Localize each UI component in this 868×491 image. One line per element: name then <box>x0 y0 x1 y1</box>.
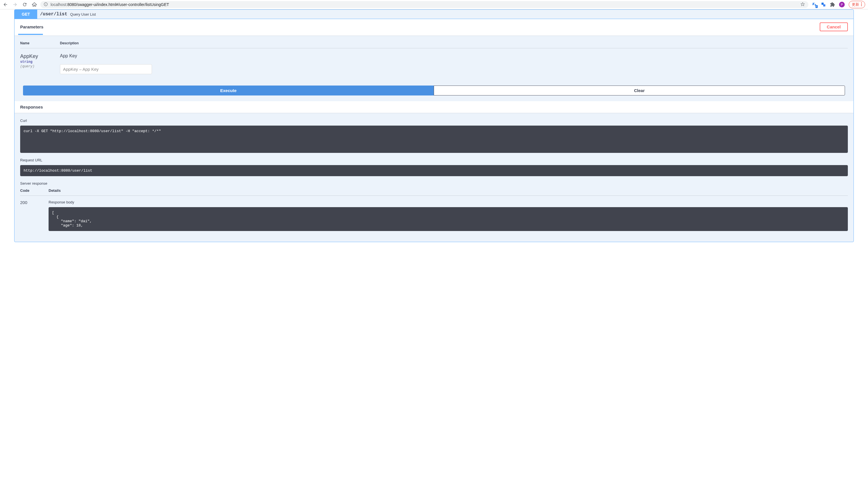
response-table-row: 200 Response body [ { "name": "dai", "ag… <box>20 196 848 236</box>
parameter-name: AppKey <box>20 53 52 59</box>
responses-body: Curl curl -X GET "http://localhost:8080/… <box>14 113 854 242</box>
svg-point-7 <box>861 5 862 6</box>
col-details: Details <box>49 189 61 193</box>
parameters-table-header: Name Description <box>20 41 848 48</box>
col-name: Name <box>20 41 43 45</box>
execute-wrapper: Execute Clear <box>14 80 854 101</box>
tab-underline <box>18 34 43 35</box>
parameters-title: Parameters <box>20 24 43 29</box>
nav-icons <box>3 2 37 7</box>
execute-button[interactable]: Execute <box>23 86 434 95</box>
parameters-header: Parameters Cancel <box>14 19 854 35</box>
request-url-block: http://localhost:8080/user/list <box>20 165 848 176</box>
col-description: Description <box>60 41 79 45</box>
info-icon <box>44 2 48 7</box>
parameter-in: (query) <box>20 64 52 68</box>
parameter-row: AppKey string (query) App Key <box>20 48 848 74</box>
operation-summary[interactable]: GET /user/list Query User List <box>14 10 854 19</box>
toolbar-right: 0 P 更新 <box>812 1 865 8</box>
parameter-input[interactable] <box>60 64 152 74</box>
response-body-label: Response body <box>49 200 848 204</box>
avatar[interactable]: P <box>839 2 845 7</box>
forward-icon[interactable] <box>12 2 18 7</box>
response-details: Response body [ { "name": "dai", "age": … <box>49 200 848 236</box>
operation-path: /user/list <box>37 12 70 17</box>
parameter-type: string <box>20 59 52 64</box>
svg-point-6 <box>861 4 862 4</box>
browser-toolbar: localhost:8080/swagger-ui/index.html#/us… <box>0 0 868 9</box>
gtranslate-icon[interactable] <box>821 2 826 7</box>
svg-rect-4 <box>823 4 826 6</box>
col-code: Code <box>20 189 34 193</box>
parameter-name-cell: AppKey string (query) <box>20 53 52 74</box>
star-icon[interactable] <box>800 2 805 7</box>
responses-header: Responses <box>14 101 854 113</box>
translate-icon[interactable]: 0 <box>812 2 817 7</box>
url-bar[interactable]: localhost:8080/swagger-ui/index.html#/us… <box>40 1 808 8</box>
home-icon[interactable] <box>32 2 37 7</box>
update-button[interactable]: 更新 <box>849 1 865 8</box>
parameters-table: Name Description AppKey string (query) A… <box>14 35 854 80</box>
response-table-header: Code Details <box>20 189 848 196</box>
kebab-icon <box>861 2 862 7</box>
page-content: GET /user/list Query User List Parameter… <box>0 9 868 242</box>
reload-icon[interactable] <box>22 2 27 7</box>
svg-point-5 <box>861 2 862 3</box>
request-url-label: Request URL <box>20 158 848 162</box>
parameter-description: App Key <box>60 53 848 59</box>
back-icon[interactable] <box>3 2 8 7</box>
extensions-icon[interactable] <box>830 2 835 7</box>
responses-title: Responses <box>20 105 43 109</box>
curl-block: curl -X GET "http://localhost:8080/user/… <box>20 125 848 153</box>
http-method-badge: GET <box>14 10 37 19</box>
operation-description: Query User List <box>70 12 96 17</box>
operation-block: GET /user/list Query User List Parameter… <box>14 9 854 242</box>
cancel-button[interactable]: Cancel <box>820 23 848 31</box>
translate-badge: 0 <box>815 5 818 8</box>
curl-label: Curl <box>20 118 848 123</box>
parameter-desc-cell: App Key <box>60 53 848 74</box>
clear-button[interactable]: Clear <box>434 86 845 95</box>
server-response-label: Server response <box>20 181 848 185</box>
url-text: localhost:8080/swagger-ui/index.html#/us… <box>51 2 798 7</box>
response-body-block: [ { "name": "dai", "age": 18, <box>49 207 848 231</box>
response-code: 200 <box>20 200 34 236</box>
